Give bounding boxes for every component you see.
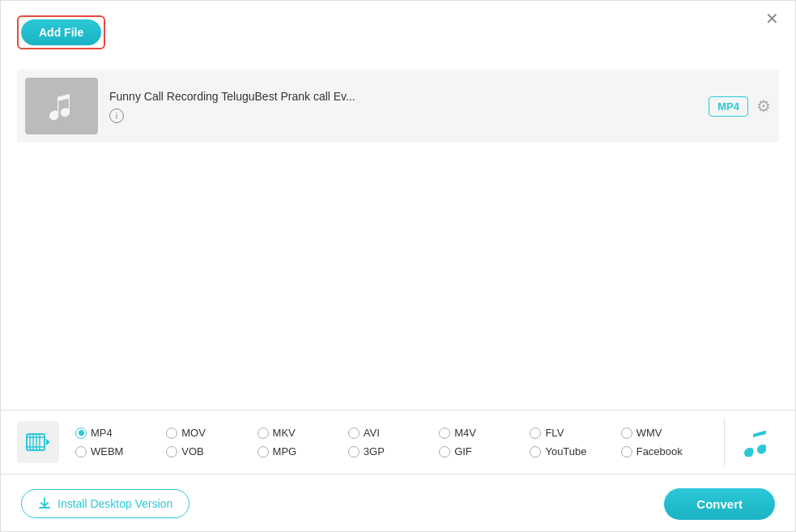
convert-button[interactable]: Convert: [664, 488, 775, 520]
format-label-avi: AVI: [364, 427, 380, 439]
radio-gif[interactable]: [439, 446, 450, 458]
radio-mpg[interactable]: [258, 446, 269, 458]
file-item: Funny Call Recording TeluguBest Prank ca…: [17, 70, 779, 143]
format-label-vob: VOB: [181, 445, 203, 458]
format-label-mkv: MKV: [273, 427, 296, 439]
format-option-webm[interactable]: WEBM: [75, 445, 166, 458]
format-option-mkv[interactable]: MKV: [258, 427, 348, 439]
format-label-flv: FLV: [545, 427, 564, 439]
file-title: Funny Call Recording TeluguBest Prank ca…: [109, 90, 697, 103]
info-icon[interactable]: i: [109, 109, 124, 123]
format-label-webm: WEBM: [91, 445, 123, 458]
radio-vob[interactable]: [166, 446, 177, 458]
format-option-facebook[interactable]: Facebook: [621, 445, 712, 458]
format-option-youtube[interactable]: YouTube: [530, 445, 620, 458]
file-thumbnail: [25, 78, 98, 134]
format-label-wmv: WMV: [636, 427, 662, 439]
radio-mp4[interactable]: [75, 428, 87, 439]
format-label-mov: MOV: [181, 427, 206, 439]
radio-youtube[interactable]: [530, 446, 541, 458]
video-icon: [25, 429, 51, 455]
format-option-gif[interactable]: GIF: [439, 445, 530, 458]
footer-bar: Install Desktop Version Convert: [1, 476, 795, 531]
format-option-3gp[interactable]: 3GP: [348, 445, 439, 458]
format-bar: MP4 MOV MKV AVI M4V FLV WMV WEBM: [1, 410, 795, 475]
radio-m4v[interactable]: [439, 428, 450, 439]
radio-3gp[interactable]: [348, 446, 360, 458]
settings-icon[interactable]: ⚙: [756, 96, 771, 116]
format-label-m4v: M4V: [454, 427, 476, 439]
install-button[interactable]: Install Desktop Version: [21, 489, 189, 518]
add-file-button[interactable]: Add File: [21, 19, 101, 45]
format-option-m4v[interactable]: M4V: [439, 427, 530, 439]
radio-wmv[interactable]: [621, 428, 632, 439]
format-badge: MP4: [709, 96, 748, 117]
download-icon: [38, 497, 51, 510]
format-label-gif: GIF: [454, 445, 472, 458]
format-label-youtube: YouTube: [545, 445, 586, 458]
format-label-facebook: Facebook: [636, 445, 683, 458]
format-label-mp4: MP4: [91, 427, 113, 439]
music-thumbnail-icon: [45, 90, 78, 122]
audio-icon: [743, 428, 773, 457]
close-button[interactable]: ✕: [765, 11, 779, 27]
install-label: Install Desktop Version: [57, 497, 172, 510]
format-options-grid: MP4 MOV MKV AVI M4V FLV WMV WEBM: [75, 427, 712, 458]
svg-marker-7: [46, 439, 50, 445]
format-option-avi[interactable]: AVI: [348, 427, 439, 439]
format-option-mp4[interactable]: MP4: [75, 427, 166, 439]
format-divider: [724, 418, 725, 466]
format-label-3gp: 3GP: [364, 445, 385, 458]
add-file-wrapper: Add File: [17, 15, 105, 49]
audio-format-icon-box[interactable]: [737, 421, 779, 463]
radio-flv[interactable]: [530, 428, 541, 439]
format-option-mpg[interactable]: MPG: [258, 445, 348, 458]
radio-mkv[interactable]: [258, 428, 269, 439]
format-option-vob[interactable]: VOB: [166, 445, 257, 458]
video-format-icon-box[interactable]: [17, 421, 59, 463]
format-option-flv[interactable]: FLV: [530, 427, 620, 439]
file-actions: MP4 ⚙: [709, 96, 771, 117]
radio-avi[interactable]: [348, 428, 360, 439]
format-option-mov[interactable]: MOV: [166, 427, 257, 439]
file-info: Funny Call Recording TeluguBest Prank ca…: [109, 90, 697, 123]
radio-webm[interactable]: [75, 446, 87, 458]
radio-mov[interactable]: [166, 428, 177, 439]
format-label-mpg: MPG: [273, 445, 297, 458]
radio-facebook[interactable]: [621, 446, 632, 458]
format-option-wmv[interactable]: WMV: [621, 427, 712, 439]
